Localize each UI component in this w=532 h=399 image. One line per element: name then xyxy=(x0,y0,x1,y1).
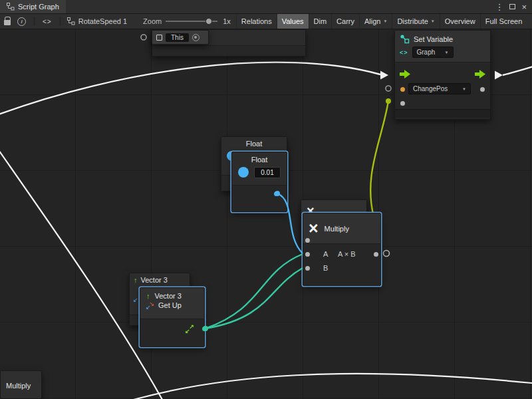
port-input-a[interactable] xyxy=(305,252,310,257)
graph-asset-icon xyxy=(67,17,75,25)
tab-script-graph[interactable]: Script Graph xyxy=(0,0,66,13)
chevron-down-icon: ▼ xyxy=(383,19,387,23)
scope-dropdown[interactable]: Graph ▼ xyxy=(412,47,454,58)
expand-vector-icon[interactable]: ↗ ↙ xyxy=(186,325,194,333)
zoom-slider-handle[interactable] xyxy=(205,18,212,25)
zoom-label: Zoom xyxy=(143,17,162,25)
lock-icon[interactable] xyxy=(4,20,11,25)
node-title: Float xyxy=(232,152,287,164)
chevron-down-icon: ▼ xyxy=(462,87,466,91)
script-graph-icon xyxy=(7,3,15,11)
node-title: Vector 3 xyxy=(141,276,168,284)
port-fallback-input[interactable] xyxy=(400,101,405,106)
distribute-button[interactable]: Distribute▼ xyxy=(392,14,439,29)
variable-name-dropdown[interactable]: ChangePos ▼ xyxy=(408,83,471,94)
zoom-slider[interactable] xyxy=(166,17,217,26)
node-title: Float xyxy=(221,137,287,148)
maximize-icon[interactable] xyxy=(509,4,515,9)
flow-in-port-icon[interactable] xyxy=(400,70,410,78)
gameobject-cube-icon xyxy=(156,35,162,41)
overview-button[interactable]: Overview xyxy=(440,14,480,29)
port-float-output[interactable] xyxy=(274,192,279,196)
close-icon[interactable]: × xyxy=(521,3,527,11)
port-result[interactable] xyxy=(374,252,378,257)
port-generic[interactable] xyxy=(305,238,310,243)
node-title: Set Variable xyxy=(414,35,453,43)
chevron-down-icon: ▼ xyxy=(445,51,449,55)
graph-toolbar: i <> RotateSpeed 1 Zoom 1x Relations Val… xyxy=(0,14,532,29)
target-picker-icon[interactable] xyxy=(192,34,200,41)
info-icon[interactable]: i xyxy=(17,17,26,26)
window-titlebar: Script Graph ⋮ × xyxy=(0,0,532,14)
up-arrow-icon: ↑ xyxy=(146,293,150,300)
zoom-value: 1x xyxy=(223,17,231,25)
float-type-icon xyxy=(238,167,249,178)
node-set-variable[interactable]: Set Variable <> Graph ▼ ChangePos ▼ xyxy=(394,30,491,120)
graph-name[interactable]: RotateSpeed 1 xyxy=(78,17,127,25)
float-value-field[interactable]: 0.01 xyxy=(254,167,281,178)
dim-button[interactable]: Dim xyxy=(309,14,332,29)
variable-icon xyxy=(400,34,410,44)
chevron-down-icon: ▼ xyxy=(431,19,435,23)
carry-button[interactable]: Carry xyxy=(331,14,359,29)
multiply-icon: × xyxy=(309,220,319,237)
node-title: Vector 3 xyxy=(155,292,182,300)
node-port-area xyxy=(152,45,305,56)
node-footer xyxy=(395,109,490,118)
port-input-b[interactable] xyxy=(305,266,310,271)
vector3-type-icon: ↙ ↘ xyxy=(146,302,154,309)
values-button[interactable]: Values xyxy=(277,14,309,29)
node-multiply[interactable]: × Multiply A A × B B xyxy=(303,213,381,286)
node-title: Multiply xyxy=(325,225,349,233)
node-title: Multiply xyxy=(6,382,31,390)
expression-label: A × B xyxy=(338,250,356,258)
graph-scope-icon: <> xyxy=(400,49,408,56)
input-b-label: B xyxy=(323,264,328,272)
node-this[interactable]: This xyxy=(152,30,209,45)
port-variable-value-input[interactable] xyxy=(400,87,405,92)
input-a-label: A xyxy=(323,250,328,258)
node-multiply-corner[interactable]: Multiply xyxy=(0,370,42,399)
node-vector3-get-up[interactable]: ↑ Vector 3 ↙ ↘ Get Up ↗ ↙ xyxy=(140,287,205,347)
node-float[interactable]: Float 0.01 xyxy=(231,152,287,212)
fullscreen-button[interactable]: Full Screen xyxy=(480,14,527,29)
operation-label: Get Up xyxy=(158,301,182,309)
up-arrow-icon: ↑ xyxy=(134,277,138,284)
window-menu-icon[interactable]: ⋮ xyxy=(495,3,503,11)
node-port-area xyxy=(232,185,287,211)
port-vector3-output[interactable] xyxy=(202,327,207,331)
align-button[interactable]: Align▼ xyxy=(359,14,392,29)
tab-title: Script Graph xyxy=(18,3,59,11)
this-label: This xyxy=(166,33,189,42)
toolbar-divider xyxy=(60,17,61,26)
flow-out-port-icon[interactable] xyxy=(475,70,485,78)
node-port-area xyxy=(140,319,204,346)
port-output-value[interactable] xyxy=(480,87,485,92)
code-toggle-icon[interactable]: <> xyxy=(43,18,52,25)
relations-button[interactable]: Relations xyxy=(236,14,277,29)
toolbar-divider xyxy=(34,17,35,26)
